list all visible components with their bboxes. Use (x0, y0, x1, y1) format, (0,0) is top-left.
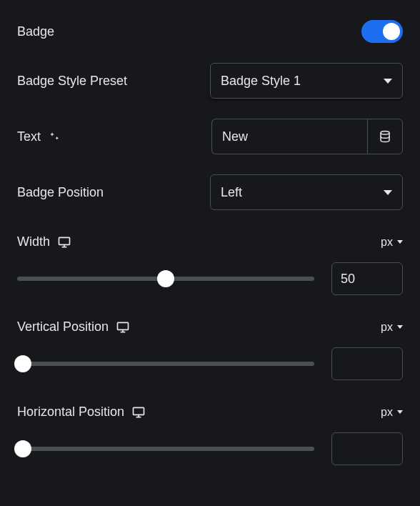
vertical-unit-select[interactable]: px (381, 321, 403, 334)
chevron-down-icon (384, 190, 392, 195)
horizontal-position-label: Horizontal Position (17, 405, 124, 420)
desktop-icon[interactable] (131, 405, 146, 420)
desktop-icon[interactable] (57, 235, 71, 249)
horizontal-slider-thumb[interactable] (14, 440, 31, 457)
svg-rect-4 (118, 322, 129, 329)
style-preset-value: Badge Style 1 (221, 74, 301, 89)
width-unit-select[interactable]: px (381, 236, 403, 249)
chevron-down-icon (397, 325, 403, 329)
vertical-slider-thumb[interactable] (14, 355, 31, 372)
badge-toggle[interactable] (361, 20, 403, 43)
style-preset-label: Badge Style Preset (17, 74, 127, 89)
vertical-position-label: Vertical Position (17, 319, 109, 334)
sparkle-icon (48, 130, 61, 143)
database-icon (379, 130, 391, 143)
width-slider[interactable] (17, 277, 314, 281)
width-slider-thumb[interactable] (157, 270, 174, 287)
text-label: Text (17, 129, 41, 144)
width-label: Width (17, 234, 50, 249)
position-select[interactable]: Left (210, 174, 403, 210)
horizontal-unit-select[interactable]: px (381, 406, 403, 419)
vertical-value-input[interactable] (331, 347, 403, 380)
width-unit-value: px (381, 236, 393, 249)
width-value-input[interactable] (331, 262, 403, 295)
style-preset-select[interactable]: Badge Style 1 (210, 63, 403, 99)
text-input[interactable] (211, 119, 367, 154)
dynamic-data-button[interactable] (367, 119, 403, 154)
position-value: Left (221, 185, 242, 200)
horizontal-slider[interactable] (17, 447, 314, 451)
vertical-unit-value: px (381, 321, 393, 334)
toggle-knob (383, 23, 400, 40)
svg-point-0 (381, 132, 389, 135)
svg-rect-7 (134, 407, 144, 415)
chevron-down-icon (397, 410, 403, 414)
horizontal-unit-value: px (381, 406, 393, 419)
chevron-down-icon (384, 79, 392, 84)
vertical-slider[interactable] (17, 362, 314, 366)
desktop-icon[interactable] (116, 320, 130, 334)
badge-label: Badge (17, 24, 54, 39)
chevron-down-icon (397, 240, 403, 244)
svg-rect-1 (59, 237, 70, 244)
position-label: Badge Position (17, 185, 104, 200)
horizontal-value-input[interactable] (331, 432, 403, 465)
